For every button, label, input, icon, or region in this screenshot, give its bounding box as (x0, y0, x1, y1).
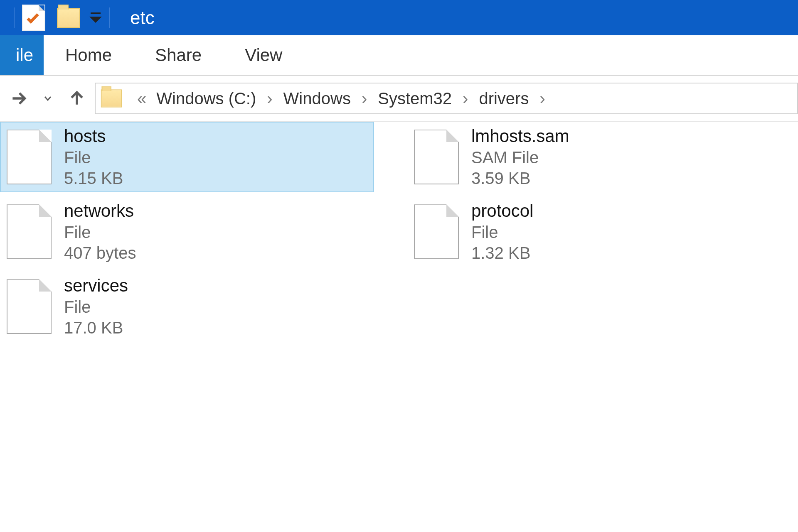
tab-label: Home (65, 45, 112, 65)
file-meta: networks File 407 bytes (64, 200, 136, 264)
titlebar-separator (14, 7, 15, 28)
file-item-services[interactable]: services File 17.0 KB (0, 271, 374, 342)
address-bar[interactable]: « Windows (C:) › Windows › System32 › dr… (95, 83, 798, 114)
file-type: File (64, 147, 123, 168)
breadcrumb-segment[interactable]: drivers (475, 89, 532, 108)
nav-bar: « Windows (C:) › Windows › System32 › dr… (0, 76, 798, 122)
file-meta: lmhosts.sam SAM File 3.59 KB (471, 125, 569, 189)
file-size: 5.15 KB (64, 168, 123, 189)
file-icon (414, 130, 459, 184)
file-meta: protocol File 1.32 KB (471, 200, 533, 264)
quick-access-folder-icon[interactable] (57, 8, 80, 28)
file-type: File (64, 297, 128, 317)
file-icon (7, 204, 52, 259)
file-icon (414, 204, 459, 259)
file-name: hosts (64, 125, 123, 147)
file-size: 1.32 KB (471, 243, 533, 263)
file-name: networks (64, 200, 136, 222)
file-icon (7, 279, 52, 334)
file-meta: hosts File 5.15 KB (64, 125, 123, 189)
tab-label: Share (155, 45, 202, 65)
tab-label: View (245, 45, 282, 65)
file-item-lmhosts[interactable]: lmhosts.sam SAM File 3.59 KB (407, 122, 781, 192)
file-name: protocol (471, 200, 533, 222)
chevron-right-icon: › (463, 89, 468, 108)
arrow-right-icon (10, 89, 28, 108)
folder-icon (101, 89, 122, 107)
file-size: 3.59 KB (471, 168, 569, 189)
title-bar: etc (0, 0, 798, 35)
tab-share[interactable]: Share (133, 35, 223, 75)
file-item-hosts[interactable]: hosts File 5.15 KB (0, 122, 374, 192)
breadcrumb-segment[interactable]: Windows (C:) (153, 89, 259, 108)
chevron-right-icon: › (267, 89, 272, 108)
titlebar-separator (109, 7, 110, 28)
file-type: File (471, 222, 533, 243)
nav-up-button[interactable] (62, 84, 91, 113)
file-type: File (64, 222, 136, 243)
tab-view[interactable]: View (223, 35, 304, 75)
nav-forward-button[interactable] (4, 84, 33, 113)
file-meta: services File 17.0 KB (64, 275, 128, 338)
file-item-networks[interactable]: networks File 407 bytes (0, 196, 374, 267)
breadcrumb-overflow-icon: « (137, 89, 146, 108)
tab-home[interactable]: Home (44, 35, 133, 75)
file-list: hosts File 5.15 KB networks File 407 byt… (0, 122, 798, 342)
file-name: lmhosts.sam (471, 125, 569, 147)
file-name: services (64, 275, 128, 297)
quick-access-doc-icon[interactable] (22, 5, 45, 31)
chevron-right-icon: › (362, 89, 367, 108)
breadcrumb-segment[interactable]: System32 (374, 89, 455, 108)
tab-label: ile (16, 45, 33, 65)
file-size: 17.0 KB (64, 317, 128, 338)
file-icon (7, 130, 52, 184)
nav-history-dropdown[interactable] (33, 84, 62, 113)
chevron-right-icon: › (539, 89, 545, 108)
arrow-up-icon (68, 89, 86, 108)
file-size: 407 bytes (64, 243, 136, 263)
tab-file[interactable]: ile (0, 35, 44, 75)
quick-access-customize-icon[interactable] (89, 12, 102, 23)
file-type: SAM File (471, 147, 569, 168)
breadcrumb-segment[interactable]: Windows (280, 89, 354, 108)
window-title: etc (130, 7, 155, 28)
chevron-down-icon (43, 93, 53, 103)
file-item-protocol[interactable]: protocol File 1.32 KB (407, 196, 781, 267)
ribbon-tabs: ile Home Share View (0, 35, 798, 76)
